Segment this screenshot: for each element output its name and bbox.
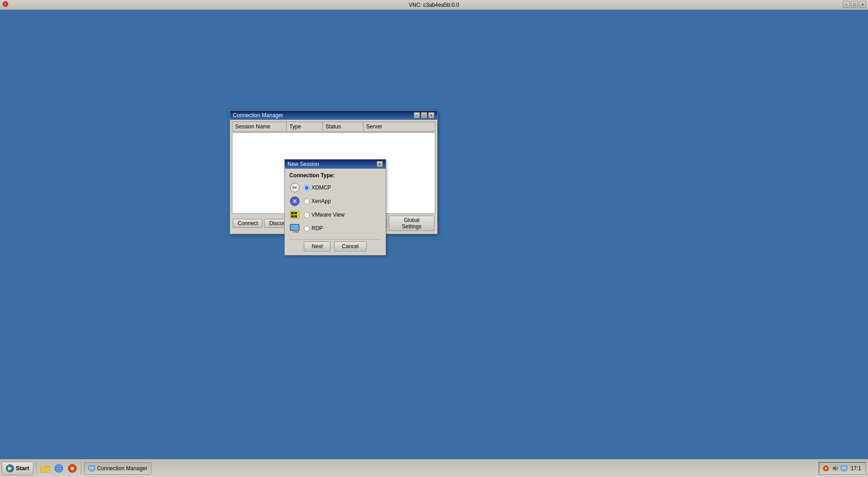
taskbar-icon-network[interactable]	[66, 463, 78, 474]
global-settings-button[interactable]: Global Settings	[389, 216, 434, 231]
col-header-session-name: Session Name	[232, 122, 287, 131]
new-session-close-btn[interactable]: ×	[377, 161, 383, 167]
xenapp-label-text: XenApp	[311, 198, 331, 204]
taskbar-icon-browser[interactable]	[53, 463, 65, 474]
vmware-label-text: VMware View	[311, 212, 344, 218]
new-session-dialog: New Session × Connection Type:	[284, 159, 386, 255]
svg-rect-5	[291, 212, 294, 214]
svg-text:R: R	[297, 230, 299, 233]
title-bar-close-dot[interactable]	[3, 1, 8, 7]
cm-close-btn[interactable]: ×	[428, 112, 434, 118]
option-row-vmware: VMware View	[289, 209, 381, 220]
system-clock: 17:1	[849, 464, 863, 472]
connection-manager-window: Connection Manager − □ × Session Name Ty…	[230, 110, 438, 234]
os-close-btn[interactable]: ×	[859, 1, 866, 8]
taskbar: ▶ Start Connection	[0, 459, 868, 477]
svg-point-23	[71, 468, 73, 469]
new-session-buttons: Next Cancel	[289, 239, 381, 251]
xenapp-radio[interactable]	[304, 198, 310, 204]
svg-rect-33	[841, 466, 847, 470]
vmware-radio[interactable]	[304, 212, 310, 218]
vmware-icon	[289, 209, 300, 220]
option-row-xdmcp: ✂ XDMCP	[289, 182, 381, 193]
next-button[interactable]: Next	[304, 241, 330, 251]
new-session-title: New Session	[288, 161, 319, 167]
connection-type-label: Connection Type:	[289, 172, 381, 179]
taskbar-app-label: Connection Manager	[97, 465, 147, 472]
tray-volume-icon[interactable]	[831, 464, 839, 472]
taskbar-divider-1	[36, 462, 37, 475]
rdp-radio[interactable]	[304, 226, 310, 231]
taskbar-right: 17:1	[819, 462, 866, 475]
vmware-label[interactable]: VMware View	[304, 212, 344, 218]
cm-table-header: Session Name Type Status Server	[232, 122, 435, 132]
svg-rect-7	[291, 215, 294, 217]
tray-display-icon[interactable]	[840, 464, 848, 472]
connection-manager-body: Session Name Type Status Server New Sess…	[230, 120, 437, 234]
connection-manager-titlebar: Connection Manager − □ ×	[230, 111, 437, 120]
start-label: Start	[16, 465, 29, 472]
cm-window-controls: − □ ×	[414, 112, 434, 118]
rdp-label[interactable]: RDP	[304, 225, 323, 231]
svg-point-30	[825, 468, 826, 469]
taskbar-divider-2	[81, 462, 81, 475]
connect-button[interactable]: Connect	[233, 219, 262, 228]
start-button[interactable]: ▶ Start	[2, 462, 33, 475]
svg-text:✂: ✂	[292, 184, 297, 191]
option-row-rdp: R RDP	[289, 223, 381, 234]
svg-marker-31	[833, 466, 836, 471]
os-window-controls: − □ ×	[843, 1, 866, 8]
tray-network-icon[interactable]	[822, 464, 830, 472]
xdmcp-radio[interactable]	[304, 185, 310, 191]
os-title-bar: VNC: c3ab4ea5b:0.0 − □ ×	[0, 0, 868, 10]
taskbar-app-connection-manager[interactable]: Connection Manager	[84, 462, 151, 475]
taskbar-icon-folder[interactable]	[39, 463, 51, 474]
desktop: Connection Manager − □ × Session Name Ty…	[0, 10, 868, 459]
xenapp-label[interactable]: XenApp	[304, 198, 331, 204]
svg-rect-10	[291, 225, 299, 230]
new-session-body: Connection Type: ✂	[285, 169, 386, 255]
xdmcp-label[interactable]: XDMCP	[304, 184, 331, 191]
xdmcp-icon: ✂	[289, 182, 300, 193]
svg-rect-26	[90, 470, 93, 471]
cancel-button[interactable]: Cancel	[334, 241, 366, 251]
rdp-label-text: RDP	[311, 225, 323, 231]
svg-rect-34	[843, 470, 845, 471]
system-tray: 17:1	[819, 462, 866, 475]
svg-rect-25	[89, 466, 94, 470]
option-row-xenapp: ✕ XenApp	[289, 196, 381, 207]
connection-type-options: ✂ XDMCP	[289, 182, 381, 234]
xenapp-icon: ✕	[289, 196, 300, 207]
rdp-icon: R	[289, 223, 300, 234]
col-header-type: Type	[287, 122, 323, 131]
os-minimize-btn[interactable]: −	[843, 1, 850, 8]
svg-rect-6	[294, 212, 297, 214]
taskbar-app-icon	[88, 465, 95, 472]
cm-minimize-btn[interactable]: −	[414, 112, 420, 118]
cm-table-body: New Session × Connection Type:	[232, 132, 435, 214]
svg-rect-27	[90, 471, 94, 472]
os-title-text: VNC: c3ab4ea5b:0.0	[409, 2, 459, 8]
new-session-titlebar: New Session ×	[285, 160, 386, 169]
col-header-status: Status	[323, 122, 363, 131]
xdmcp-label-text: XDMCP	[311, 184, 331, 191]
os-maximize-btn[interactable]: □	[851, 1, 858, 8]
cm-maximize-btn[interactable]: □	[421, 112, 427, 118]
col-header-server: Server	[363, 122, 435, 131]
svg-rect-8	[294, 215, 297, 217]
start-icon: ▶	[6, 464, 14, 472]
connection-manager-title: Connection Manager	[233, 112, 283, 118]
svg-rect-35	[842, 471, 846, 472]
svg-text:✕: ✕	[292, 198, 297, 205]
